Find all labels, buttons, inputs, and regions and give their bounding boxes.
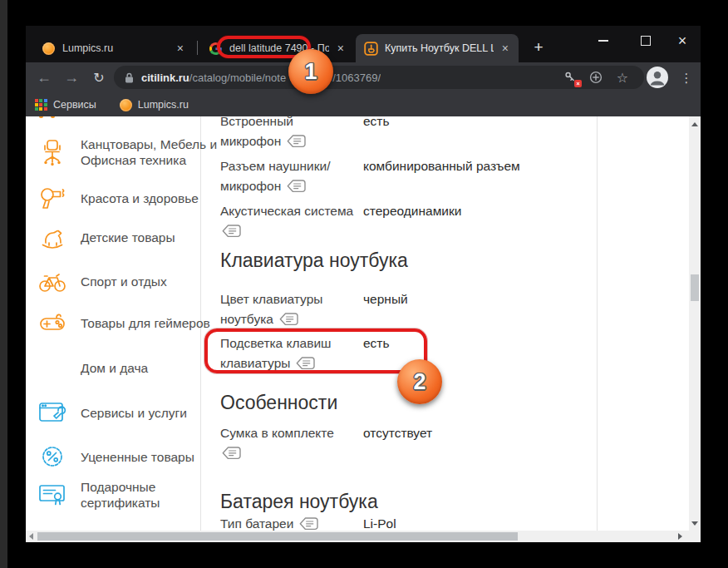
- gamepad-icon: [37, 308, 67, 338]
- spec-value: есть: [363, 116, 390, 131]
- content-divider: [597, 116, 598, 531]
- sidebar-item-discount[interactable]: Уцененные товары: [37, 442, 194, 472]
- minimize-button[interactable]: [591, 32, 616, 49]
- spec-row-keyboard-color: Цвет клавиатурыноутбука черный: [220, 289, 357, 329]
- sidebar-item-gamers[interactable]: Товары для геймеров: [37, 308, 210, 338]
- spec-value: черный: [363, 289, 408, 309]
- discount-badge-icon: [37, 442, 67, 472]
- url-path-after: /1063769/: [332, 72, 381, 84]
- section-heading-keyboard: Клавиатура ноутбука: [220, 249, 408, 272]
- comment-hint-icon[interactable]: [299, 517, 318, 531]
- section-heading-features: Особенности: [220, 392, 337, 414]
- close-icon[interactable]: ×: [175, 42, 185, 54]
- horizontal-scrollbar[interactable]: [26, 531, 689, 542]
- password-key-icon[interactable]: ×: [560, 66, 580, 89]
- lumpics-favicon-icon: [120, 99, 132, 111]
- sidebar-item-label: Детские товары: [81, 230, 175, 245]
- clipped-category-icon: [37, 116, 62, 119]
- bookmark-star-icon[interactable]: ☆: [612, 66, 632, 89]
- bookmark-lumpics[interactable]: Lumpics.ru: [120, 99, 189, 111]
- sidebar-item-home[interactable]: Дом и дача: [37, 353, 148, 383]
- apps-grid-icon: [35, 99, 47, 111]
- comment-hint-icon[interactable]: [222, 225, 241, 238]
- sidebar-item-label: Сервисы и услуги: [81, 405, 187, 421]
- vertical-scrollbar-thumb[interactable]: [691, 274, 699, 301]
- new-tab-button[interactable]: +: [528, 37, 549, 58]
- comment-hint-icon[interactable]: [222, 447, 241, 460]
- url-path-before: /catalog/mobile/note: [189, 72, 286, 84]
- url-text: citilink.ru/catalog/mobile/note/1063769/: [141, 72, 381, 84]
- bookmarks-bar: Сервисы Lumpics.ru: [26, 93, 701, 116]
- lumpics-favicon-icon: [42, 42, 56, 56]
- rocking-horse-icon: [37, 222, 67, 252]
- sidebar-item-services[interactable]: Сервисы и услуги: [37, 398, 187, 427]
- sidebar-item-beauty[interactable]: Красота и здоровье: [37, 183, 199, 213]
- spec-row-headphone-jack: Разъем наушники/микрофон комбинированный…: [220, 156, 357, 196]
- sidebar-item-label: Красота и здоровье: [81, 190, 199, 206]
- spec-value: комбинированный разъем: [363, 156, 520, 176]
- gift-certificate-icon: [37, 480, 67, 510]
- address-bar[interactable]: citilink.ru/catalog/mobile/note/1063769/…: [114, 66, 644, 89]
- tab-title: Lumpics.ru: [62, 42, 169, 54]
- scrollbar-corner: [689, 531, 701, 542]
- close-icon[interactable]: ×: [500, 42, 510, 54]
- tab-separator: [197, 41, 198, 55]
- bookmark-label: Lumpics.ru: [138, 99, 189, 111]
- vertical-scrollbar[interactable]: [689, 116, 701, 531]
- sidebar-item-label: Товары для геймеров: [81, 315, 210, 331]
- add-circle-icon[interactable]: [586, 66, 606, 89]
- maximize-button[interactable]: [633, 32, 658, 49]
- annotation-rect-backlight-row: [204, 328, 427, 373]
- scroll-down-icon[interactable]: [691, 521, 698, 526]
- reload-icon[interactable]: ↻: [88, 62, 110, 93]
- bookmark-label: Сервисы: [53, 99, 96, 111]
- comment-hint-icon[interactable]: [287, 135, 306, 148]
- tab-lumpics[interactable]: Lumpics.ru ×: [33, 34, 194, 62]
- background-window-edge: [0, 0, 7, 568]
- sidebar-item-label: Канцтовары, Мебель иОфисная техника: [81, 136, 217, 168]
- bookmark-services[interactable]: Сервисы: [35, 99, 96, 111]
- horizontal-scrollbar-thumb[interactable]: [37, 532, 518, 541]
- hair-dryer-icon: [37, 183, 67, 213]
- tab-citilink-active[interactable]: Купить Ноутбук DELL La ×: [356, 34, 519, 62]
- sidebar-item-label: Дом и дача: [81, 360, 148, 376]
- office-chair-icon: [37, 137, 67, 167]
- comment-hint-icon[interactable]: [287, 180, 306, 193]
- section-heading-battery: Батарея ноутбука: [220, 491, 378, 513]
- annotation-step-1-badge: 1: [288, 49, 333, 94]
- key-error-badge: ×: [574, 80, 582, 87]
- close-icon[interactable]: ×: [336, 42, 346, 54]
- browser-window: Lumpics.ru × dell latitude 7490 - Поис ×: [26, 26, 701, 542]
- tab-title: Купить Ноутбук DELL La: [385, 42, 494, 54]
- citilink-favicon-icon: [364, 42, 378, 56]
- sidebar-item-label: Подарочныесертификаты: [81, 479, 160, 511]
- lock-icon[interactable]: [125, 72, 134, 83]
- sidebar-item-label: Уцененные товары: [81, 449, 194, 465]
- spec-row-speakers: Акустическая система стереодинамики: [220, 201, 357, 241]
- annotation-step-2-badge: 2: [397, 359, 442, 404]
- spec-row-builtin-mic: Встроенныймикрофон есть: [220, 116, 357, 151]
- profile-avatar[interactable]: [647, 67, 668, 88]
- sidebar-item-kids[interactable]: Детские товары: [37, 222, 175, 252]
- no-icon: [37, 353, 67, 383]
- forward-icon[interactable]: →: [61, 62, 82, 93]
- scroll-right-icon[interactable]: [678, 533, 682, 540]
- services-icon: [37, 398, 67, 427]
- back-icon[interactable]: ←: [33, 62, 55, 93]
- sidebar-item-office[interactable]: Канцтовары, Мебель иОфисная техника: [37, 136, 217, 168]
- sidebar-item-sport[interactable]: Спорт и отдых: [37, 266, 167, 296]
- spec-value: стереодинамики: [363, 201, 461, 221]
- window-close-button[interactable]: ×: [670, 32, 695, 49]
- browser-menu-icon[interactable]: ⋮: [676, 62, 696, 93]
- bicycle-icon: [37, 266, 67, 296]
- tab-strip: Lumpics.ru × dell latitude 7490 - Поис ×: [26, 26, 701, 62]
- comment-hint-icon[interactable]: [279, 313, 298, 326]
- browser-toolbar: ← → ↻ citilink.ru/catalog/mobile/note/10…: [26, 62, 701, 93]
- spec-value: отсутствует: [363, 423, 432, 443]
- sidebar-item-label: Спорт и отдых: [81, 274, 167, 289]
- sidebar-item-gift-certificates[interactable]: Подарочныесертификаты: [37, 479, 160, 511]
- spec-row-bag-included: Сумка в комплекте отсутствует: [220, 423, 357, 463]
- scroll-up-icon[interactable]: [691, 122, 698, 126]
- scroll-left-icon[interactable]: [29, 533, 33, 540]
- url-domain: citilink.ru: [141, 72, 189, 84]
